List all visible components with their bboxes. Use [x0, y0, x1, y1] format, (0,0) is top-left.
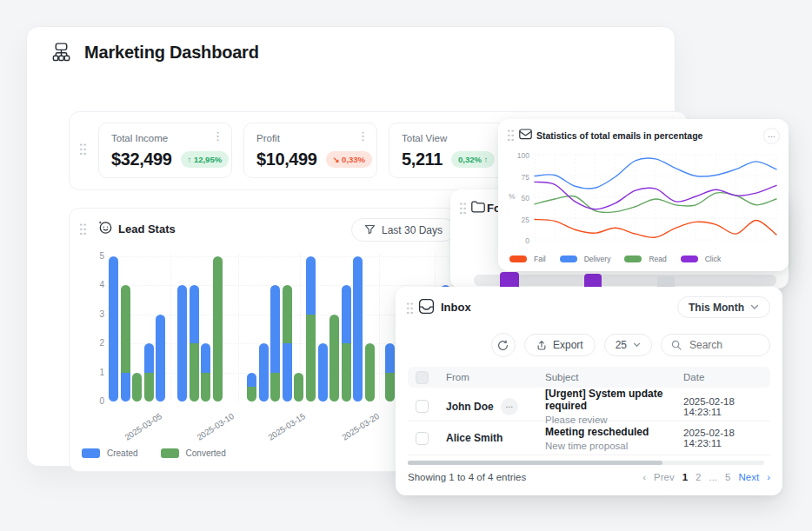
lead-gridline-v	[379, 254, 380, 402]
page: { "page": { "title": "Marketing Dashboar…	[0, 0, 812, 531]
row-checkbox-cell	[408, 432, 446, 445]
bar-segment-created	[190, 285, 199, 343]
legend-item-delivery: Delivery	[560, 255, 611, 263]
legend-swatch	[624, 256, 642, 262]
kebab-menu-icon[interactable]: ⋮	[357, 132, 369, 141]
bar	[201, 343, 210, 402]
lead-gridline-h	[110, 256, 456, 257]
bar	[259, 343, 269, 402]
export-icon	[536, 340, 547, 351]
stats-row-drag-handle[interactable]	[79, 143, 87, 156]
row-checkbox[interactable]	[416, 400, 429, 413]
bar-segment-converted	[306, 315, 316, 402]
lead-gridline-v	[238, 254, 239, 402]
pagination-item-2[interactable]: 2	[696, 472, 701, 482]
page-title: Marketing Dashboard	[84, 43, 259, 63]
col-header-from: From	[446, 372, 545, 382]
legend-label: Delivery	[584, 255, 611, 263]
period-label: This Month	[689, 302, 744, 314]
select-all-checkbox[interactable]	[416, 371, 429, 384]
table-scrollbar-thumb[interactable]	[408, 461, 662, 465]
legend-item-click: Click	[681, 255, 721, 263]
stat-value-row: 5,2110,32% ↑	[402, 149, 511, 169]
inbox-table: From Subject Date John Doe⋯[Urgent] Syst…	[408, 367, 770, 455]
stat-value-row: $32,499↑ 12,95%	[111, 149, 221, 169]
row-actions-button[interactable]: ⋯	[501, 398, 518, 415]
bar-segment-converted	[121, 285, 130, 373]
bar-segment-created	[283, 343, 292, 402]
legend-swatch	[161, 448, 179, 458]
refresh-button[interactable]	[491, 333, 516, 357]
bar-segment-converted	[132, 373, 142, 402]
legend-swatch	[82, 448, 100, 458]
email-legend: FailDeliveryReadClick	[509, 255, 721, 263]
inbox-title: Inbox	[441, 301, 471, 314]
pagination-item-1[interactable]: 1	[682, 472, 688, 482]
bar-segment-converted	[283, 285, 292, 343]
row-checkbox[interactable]	[416, 432, 429, 445]
subject-text: [Urgent] System update required	[545, 388, 683, 412]
bar-segment-created	[247, 373, 256, 388]
pagination-item-›[interactable]: ›	[767, 472, 770, 482]
bar	[329, 315, 339, 402]
stat-card-value: $32,499	[111, 149, 172, 169]
lead-ytick: 2	[85, 338, 104, 348]
bar	[318, 343, 328, 402]
bar	[283, 285, 292, 402]
stat-card-profit: Profit⋮$10,499↘ 0,33%	[243, 123, 377, 178]
inbox-table-header: From Subject Date	[408, 367, 770, 388]
bar-segment-created	[201, 343, 210, 373]
bar-segment-created	[385, 343, 395, 373]
bar-segment-created	[156, 315, 165, 402]
lead-xtick-label: 2025-03-20	[328, 411, 381, 450]
pagination-item-‹[interactable]: ‹	[642, 472, 646, 482]
pagination-item-...[interactable]: ...	[709, 472, 718, 482]
pagination-item-next[interactable]: Next	[739, 472, 760, 482]
table-row[interactable]: Alice SmithMeeting rescheduledNew time p…	[408, 421, 770, 455]
bar	[190, 285, 199, 402]
stat-card-title: Total View	[402, 133, 511, 143]
legend-label: Read	[649, 255, 666, 263]
inbox-drag-handle[interactable]	[406, 302, 414, 315]
inbox-footer: Showing 1 to 4 of 4 entries ‹Prev12...5N…	[408, 472, 770, 482]
lead-xtick-label: 2025-03-15	[254, 411, 307, 450]
pagination-item-prev[interactable]: Prev	[654, 472, 675, 482]
stat-change-badge: 0,32% ↑	[451, 151, 495, 168]
bar-segment-converted	[385, 373, 395, 402]
folder-drag-handle[interactable]	[459, 202, 467, 215]
folder-icon	[470, 199, 486, 214]
legend-label: Created	[107, 448, 138, 458]
stat-value-row: $10,499↘ 0,33%	[256, 149, 366, 169]
bar-segment-created	[270, 285, 280, 373]
page-size-dropdown[interactable]: 25	[604, 334, 652, 356]
kebab-menu-icon[interactable]: ⋮	[212, 132, 223, 141]
table-row[interactable]: John Doe⋯[Urgent] System update required…	[408, 388, 770, 421]
stat-card-title: Profit	[256, 133, 366, 143]
sender-name: John Doe	[446, 401, 494, 413]
bar-segment-converted	[190, 343, 199, 402]
stat-card-value: $10,499	[256, 149, 317, 169]
chevron-down-icon	[750, 304, 759, 310]
bar-segment-converted	[247, 387, 256, 402]
bar-segment-created	[177, 285, 187, 402]
period-dropdown[interactable]: This Month	[677, 296, 770, 318]
from-cell-wrap: Alice Smith	[446, 432, 545, 444]
bar	[109, 256, 118, 402]
legend-label: Converted	[186, 448, 226, 458]
search-input[interactable]	[688, 338, 761, 352]
pagination-item-5[interactable]: 5	[725, 472, 730, 482]
export-label: Export	[553, 339, 583, 351]
sitemap-icon	[50, 41, 73, 64]
bar	[144, 343, 154, 402]
email-stats-card: Statistics of total emails in percentage…	[498, 119, 789, 271]
dashboard-header: Marketing Dashboard	[50, 41, 259, 64]
bar	[342, 285, 351, 402]
export-button[interactable]: Export	[524, 334, 596, 356]
lead-ytick: 1	[85, 368, 104, 377]
bar	[156, 315, 165, 402]
table-scrollbar-track[interactable]	[408, 461, 764, 465]
col-header-date: Date	[683, 372, 770, 382]
legend-swatch	[681, 256, 698, 262]
bar	[213, 256, 223, 402]
lead-gridline-v	[170, 254, 171, 402]
